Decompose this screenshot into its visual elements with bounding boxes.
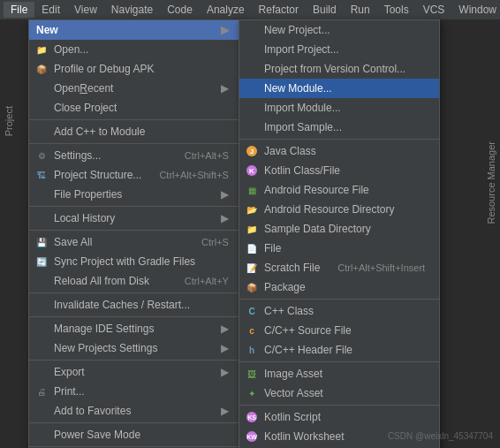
submenu-c-header[interactable]: h C/C++ Header File xyxy=(239,340,439,360)
menu-edit[interactable]: Edit xyxy=(34,2,67,18)
submenu-sample-data-dir[interactable]: 📁 Sample Data Directory xyxy=(239,219,439,239)
sample-dir-icon: 📁 xyxy=(245,222,259,236)
separator-1 xyxy=(29,119,243,120)
image-asset-icon: 🖼 xyxy=(245,367,259,381)
menu-item-reload[interactable]: Reload All from Disk Ctrl+Alt+Y xyxy=(29,271,243,291)
submenu-sep-3 xyxy=(239,361,439,362)
menu-window[interactable]: Window xyxy=(451,2,500,18)
separator-5 xyxy=(29,292,243,293)
menu-item-power-save[interactable]: Power Save Mode xyxy=(29,425,243,444)
submenu-import-module[interactable]: Import Module... xyxy=(239,98,439,118)
menu-item-add-cpp[interactable]: Add C++ to Module xyxy=(29,122,243,141)
scratch-shortcut: Ctrl+Alt+Shift+Insert xyxy=(320,262,425,273)
recent-arrow-icon: ▶ xyxy=(221,82,229,95)
submenu-scratch-file[interactable]: 📝 Scratch File Ctrl+Alt+Shift+Insert xyxy=(239,258,439,277)
menu-build[interactable]: Build xyxy=(306,2,344,18)
submenu-new-project[interactable]: New Project... xyxy=(239,20,439,40)
submenu-project-from-vcs[interactable]: Project from Version Control... xyxy=(239,59,439,79)
file-props-arrow-icon: ▶ xyxy=(221,188,229,201)
menu-item-local-history[interactable]: Local History ▶ xyxy=(29,209,243,228)
menu-navigate[interactable]: Navigate xyxy=(104,2,160,18)
new-arrow-icon: ▶ xyxy=(221,24,229,36)
submenu-image-asset[interactable]: 🖼 Image Asset xyxy=(239,364,439,383)
kotlin-worksheet-icon: KW xyxy=(245,429,259,444)
reload-shortcut: Ctrl+Alt+Y xyxy=(167,276,229,286)
watermark: CSDN @weixln_45347704 xyxy=(388,431,493,441)
submenu-java-class[interactable]: J Java Class xyxy=(239,141,439,161)
submenu-file[interactable]: 📄 File xyxy=(239,239,439,258)
menu-item-manage-ide[interactable]: Manage IDE Settings ▶ xyxy=(29,319,243,338)
menu-item-project-structure[interactable]: 🏗 Project Structure... Ctrl+Alt+Shift+S xyxy=(29,165,243,185)
save-icon: 💾 xyxy=(34,235,49,249)
settings-icon: ⚙ xyxy=(34,148,49,163)
separator-2 xyxy=(29,143,243,144)
menu-item-invalidate-caches[interactable]: Invalidate Caches / Restart... xyxy=(29,295,243,315)
menu-item-open[interactable]: 📁 Open... xyxy=(29,40,243,59)
menu-item-save-all[interactable]: 💾 Save All Ctrl+S xyxy=(29,232,243,252)
file-icon: 📄 xyxy=(245,241,259,255)
menu-item-new[interactable]: New ▶ xyxy=(29,20,243,40)
separator-4 xyxy=(29,230,243,231)
submenu-cpp-class[interactable]: C C++ Class xyxy=(239,301,439,321)
manage-ide-arrow-icon: ▶ xyxy=(221,323,229,335)
menu-run[interactable]: Run xyxy=(344,2,377,18)
file-dropdown: New ▶ 📁 Open... 📦 Profile or Debug APK O… xyxy=(28,19,244,448)
apk-icon: 📦 xyxy=(34,62,49,76)
submenu-c-source[interactable]: c C/C++ Source File xyxy=(239,321,439,340)
separator-9 xyxy=(29,446,243,447)
submenu-package[interactable]: 📦 Package xyxy=(239,277,439,297)
menu-file[interactable]: File xyxy=(4,2,34,18)
menu-item-export[interactable]: Export ▶ xyxy=(29,362,243,382)
android-res-file-icon: ▦ xyxy=(245,183,259,197)
cpp-class-icon: C xyxy=(245,304,259,318)
export-arrow-icon: ▶ xyxy=(221,366,229,378)
project-side-label: Project xyxy=(4,106,14,136)
separator-6 xyxy=(29,316,243,317)
submenu-import-sample[interactable]: Import Sample... xyxy=(239,118,439,137)
menu-item-profile-debug[interactable]: 📦 Profile or Debug APK xyxy=(29,59,243,79)
android-res-dir-icon: 📂 xyxy=(245,202,259,216)
project-icon: 🏗 xyxy=(34,168,49,182)
menu-item-close-project[interactable]: Close Project xyxy=(29,98,243,118)
c-header-icon: h xyxy=(245,343,259,357)
new-label: New xyxy=(36,24,58,36)
submenu-sep-2 xyxy=(239,299,439,300)
menu-item-settings[interactable]: ⚙ Settings... Ctrl+Alt+S xyxy=(29,146,243,165)
kotlin-script-circle-icon: KS xyxy=(246,412,257,422)
menu-item-print[interactable]: 🖨 Print... xyxy=(29,382,243,401)
submenu-kotlin-class[interactable]: K Kotlin Class/File xyxy=(239,161,439,180)
menu-bar: File Edit View Navigate Code Analyze Ref… xyxy=(0,0,500,19)
menu-item-open-recent[interactable]: Open Recent ▶ xyxy=(29,79,243,98)
scratch-file-icon: 📝 xyxy=(245,261,259,275)
history-arrow-icon: ▶ xyxy=(221,212,229,224)
menu-item-new-projects-settings[interactable]: New Projects Settings ▶ xyxy=(29,338,243,358)
vector-asset-icon: ✦ xyxy=(245,386,259,400)
submenu-import-project[interactable]: Import Project... xyxy=(239,40,439,59)
separator-3 xyxy=(29,206,243,207)
submenu-android-resource-file[interactable]: ▦ Android Resource File xyxy=(239,180,439,200)
package-icon: 📦 xyxy=(245,280,259,294)
kotlin-circle-icon: K xyxy=(246,165,257,176)
java-circle-icon: J xyxy=(246,146,257,156)
submenu-kotlin-script[interactable]: KS Kotlin Script xyxy=(239,407,439,427)
c-source-icon: c xyxy=(245,323,259,338)
menu-analyze[interactable]: Analyze xyxy=(200,2,252,18)
separator-8 xyxy=(29,422,243,423)
java-icon: J xyxy=(245,144,259,158)
kotlin-icon: K xyxy=(245,163,259,178)
menu-item-sync-gradle[interactable]: 🔄 Sync Project with Gradle Files xyxy=(29,252,243,271)
submenu-android-resource-dir[interactable]: 📂 Android Resource Directory xyxy=(239,200,439,219)
submenu-new-module[interactable]: New Module... xyxy=(239,79,439,98)
menu-tools[interactable]: Tools xyxy=(377,2,416,18)
resource-side-label: Resource Manager xyxy=(486,141,496,224)
menu-code[interactable]: Code xyxy=(160,2,200,18)
menu-view[interactable]: View xyxy=(67,2,104,18)
gradle-icon: 🔄 xyxy=(34,254,49,269)
menu-vcs[interactable]: VCS xyxy=(416,2,452,18)
submenu-vector-asset[interactable]: ✦ Vector Asset xyxy=(239,383,439,403)
menu-item-file-properties[interactable]: File Properties ▶ xyxy=(29,185,243,204)
menu-refactor[interactable]: Refactor xyxy=(252,2,306,18)
print-icon: 🖨 xyxy=(34,384,49,399)
separator-7 xyxy=(29,360,243,361)
menu-item-add-favorites[interactable]: Add to Favorites ▶ xyxy=(29,401,243,421)
